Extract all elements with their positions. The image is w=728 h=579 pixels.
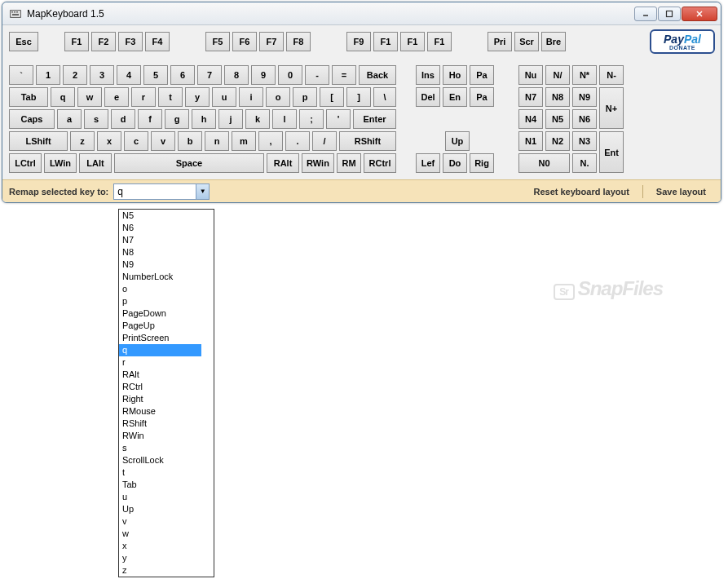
key-f[interactable]: f xyxy=(138,109,162,129)
key-rwin[interactable]: RWin xyxy=(302,153,334,173)
key-1[interactable]: 1 xyxy=(36,65,60,85)
key-n5[interactable]: N5 xyxy=(545,109,570,129)
key-break[interactable]: Bre xyxy=(541,32,566,51)
key-n7[interactable]: N7 xyxy=(518,87,543,107)
key-equals[interactable]: = xyxy=(332,65,356,85)
key-numlock[interactable]: Nu xyxy=(518,65,543,85)
maximize-button[interactable] xyxy=(658,7,681,21)
key-f7[interactable]: F7 xyxy=(259,32,284,51)
key-p[interactable]: p xyxy=(293,87,317,107)
key-nminus[interactable]: N- xyxy=(599,65,624,85)
key-n1[interactable]: N1 xyxy=(518,131,543,151)
key-y[interactable]: y xyxy=(185,87,210,107)
key-2[interactable]: 2 xyxy=(63,65,87,85)
close-button[interactable] xyxy=(682,7,717,21)
key-z[interactable]: z xyxy=(70,131,95,151)
key-pageup[interactable]: Pa xyxy=(470,65,494,85)
key-right[interactable]: Rig xyxy=(470,153,494,173)
key-5[interactable]: 5 xyxy=(143,65,168,85)
key-n2[interactable]: N2 xyxy=(545,131,570,151)
key-q[interactable]: q xyxy=(51,87,75,107)
key-minus[interactable]: - xyxy=(305,65,329,85)
key-down[interactable]: Do xyxy=(443,153,467,173)
key-f11[interactable]: F1 xyxy=(400,32,425,51)
key-apostrophe[interactable]: ' xyxy=(326,109,351,129)
key-nplus[interactable]: N+ xyxy=(599,87,624,129)
key-pagedown[interactable]: Pa xyxy=(470,87,494,107)
minimize-button[interactable] xyxy=(634,7,657,21)
key-n6[interactable]: N6 xyxy=(572,109,597,129)
key-j[interactable]: j xyxy=(218,109,243,129)
key-rshift[interactable]: RShift xyxy=(339,131,396,151)
key-lalt[interactable]: LAlt xyxy=(79,153,112,173)
key-printscreen[interactable]: Pri xyxy=(488,32,512,51)
key-s[interactable]: s xyxy=(84,109,108,129)
key-nmultiply[interactable]: N* xyxy=(572,65,597,85)
key-m[interactable]: m xyxy=(232,131,256,151)
key-enter[interactable]: Enter xyxy=(353,109,396,129)
key-bracket-right[interactable]: ] xyxy=(346,87,371,107)
key-comma[interactable]: , xyxy=(258,131,283,151)
key-n4[interactable]: N4 xyxy=(518,109,543,129)
save-layout-button[interactable]: Save layout xyxy=(648,187,714,197)
key-tab[interactable]: Tab xyxy=(9,87,48,107)
key-home[interactable]: Ho xyxy=(443,65,467,85)
key-w[interactable]: w xyxy=(77,87,102,107)
key-lshift[interactable]: LShift xyxy=(9,131,68,151)
key-d[interactable]: d xyxy=(111,109,135,129)
key-4[interactable]: 4 xyxy=(117,65,141,85)
key-n3[interactable]: N3 xyxy=(572,131,597,151)
key-delete[interactable]: Del xyxy=(416,87,440,107)
key-n8[interactable]: N8 xyxy=(545,87,570,107)
key-ndot[interactable]: N. xyxy=(572,153,597,173)
key-n[interactable]: n xyxy=(205,131,229,151)
key-nenter[interactable]: Ent xyxy=(599,131,624,173)
key-7[interactable]: 7 xyxy=(197,65,222,85)
paypal-donate-button[interactable]: PayPal DONATE xyxy=(650,29,715,54)
key-n0[interactable]: N0 xyxy=(518,153,570,173)
key-backtick[interactable]: ` xyxy=(9,65,33,85)
key-f12[interactable]: F1 xyxy=(427,32,452,51)
key-f1[interactable]: F1 xyxy=(64,32,89,51)
key-f2[interactable]: F2 xyxy=(91,32,116,51)
key-end[interactable]: En xyxy=(443,87,467,107)
key-n9[interactable]: N9 xyxy=(572,87,597,107)
key-6[interactable]: 6 xyxy=(170,65,195,85)
key-backslash[interactable]: \ xyxy=(373,87,396,107)
key-9[interactable]: 9 xyxy=(251,65,276,85)
titlebar[interactable]: MapKeyboard 1.5 xyxy=(2,2,721,25)
reset-layout-button[interactable]: Reset keyboard layout xyxy=(525,187,637,197)
key-rctrl[interactable]: RCtrl xyxy=(364,153,396,173)
key-k[interactable]: k xyxy=(245,109,270,129)
key-lctrl[interactable]: LCtrl xyxy=(9,153,42,173)
key-f10[interactable]: F1 xyxy=(373,32,398,51)
key-x[interactable]: x xyxy=(97,131,121,151)
key-h[interactable]: h xyxy=(192,109,216,129)
key-u[interactable]: u xyxy=(212,87,236,107)
key-b[interactable]: b xyxy=(178,131,202,151)
key-0[interactable]: 0 xyxy=(278,65,302,85)
key-a[interactable]: a xyxy=(57,109,82,129)
key-3[interactable]: 3 xyxy=(90,65,114,85)
key-t[interactable]: t xyxy=(158,87,183,107)
key-r[interactable]: r xyxy=(131,87,156,107)
key-g[interactable]: g xyxy=(165,109,189,129)
key-f3[interactable]: F3 xyxy=(118,32,143,51)
key-up[interactable]: Up xyxy=(445,131,470,151)
key-space[interactable]: Space xyxy=(114,153,264,173)
key-bracket-left[interactable]: [ xyxy=(320,87,344,107)
key-period[interactable]: . xyxy=(285,131,310,151)
key-f5[interactable]: F5 xyxy=(205,32,230,51)
key-capslock[interactable]: Caps xyxy=(9,109,55,129)
key-slash[interactable]: / xyxy=(312,131,337,151)
key-i[interactable]: i xyxy=(239,87,263,107)
key-scrolllock[interactable]: Scr xyxy=(514,32,539,51)
key-o[interactable]: o xyxy=(266,87,290,107)
key-semicolon[interactable]: ; xyxy=(299,109,324,129)
key-f9[interactable]: F9 xyxy=(346,32,371,51)
key-c[interactable]: c xyxy=(124,131,148,151)
key-ralt[interactable]: RAlt xyxy=(267,153,299,173)
key-ndivide[interactable]: N/ xyxy=(545,65,570,85)
key-v[interactable]: v xyxy=(151,131,175,151)
remap-combobox[interactable]: q ▼ xyxy=(113,183,210,200)
